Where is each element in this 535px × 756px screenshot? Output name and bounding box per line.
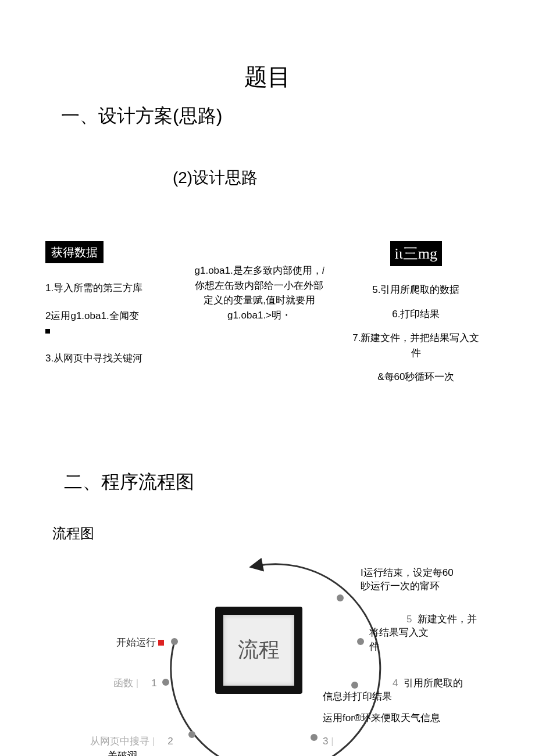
flowchart-label: 流程图 — [52, 524, 535, 543]
label-for-loop: 运用for®环来便取天气信息 — [323, 711, 440, 725]
left-item-2: 2运用g1.oba1.全闻变 — [45, 309, 181, 338]
label-search: 从网页中搜寻 |2 — [90, 734, 173, 748]
column-middle: g1.oba1.是左多致内部使用，i 你想左缶致内部给一小在外部定义的变量赋,值… — [181, 263, 337, 394]
center-box: 流程 — [215, 607, 302, 694]
flow-diagram: 流程 开始运行 函数 |1 从网页中搜寻 |2 关破诩 3 | 运用for®环来… — [0, 549, 535, 757]
left-item-3: 3.从网页中寻找关键河 — [45, 351, 181, 366]
svg-point-6 — [337, 594, 344, 601]
svg-point-1 — [162, 679, 169, 686]
center-text: 流程 — [238, 636, 280, 664]
label-keyword: 关破诩 — [108, 749, 137, 757]
three-column-layout: 获得数据 1.导入所需的第三方库 2运用g1.oba1.全闻变 3.从网页中寻找… — [0, 241, 535, 394]
label-start: 开始运行 — [116, 636, 164, 650]
subsection-heading: (2)设计思路 — [0, 167, 535, 189]
right-item-8: &每60秒循环一次 — [348, 370, 484, 385]
svg-point-3 — [311, 734, 318, 741]
left-item-1: 1.导入所需的第三方库 — [45, 281, 181, 296]
section-2-heading: 二、程序流程图 — [64, 470, 535, 495]
mid-text: g1.oba1.是左多致内部使用，i 你想左缶致内部给一小在外部定义的变量赋,值… — [191, 263, 327, 323]
right-item-5: 5.引用所爬取的数据 — [348, 282, 484, 298]
column-left: 获得数据 1.导入所需的第三方库 2运用g1.oba1.全闻变 3.从网页中寻找… — [41, 241, 181, 394]
page-title: 题目 — [0, 61, 535, 93]
right-item-6: 6.打印结果 — [348, 307, 484, 322]
column-right: iι三mg 5.引用所爬取的数据 6.打印结果 7.新建文件，并把结果写入文件 … — [338, 241, 494, 394]
svg-point-5 — [357, 638, 364, 645]
right-item-7: 7.新建文件，并把结果写入文件 — [348, 331, 484, 360]
badge-get-data: 获得数据 — [45, 241, 104, 263]
square-bullet-icon — [45, 329, 50, 334]
label-function: 函数 |1 — [113, 676, 157, 690]
badge-img: iι三mg — [390, 241, 442, 266]
label-3: 3 | — [323, 734, 334, 748]
red-square-icon — [158, 640, 164, 646]
section-1-heading: 一、设计方案(思路) — [61, 103, 535, 129]
label-end: I运行结束，设定每60 眇运行一次的甯环 — [361, 566, 500, 594]
label-step-4: 4 引用所爬取的 信息并打印结果 — [323, 676, 474, 704]
label-step-5: 5 新建文件，并 将结果写入文 件 — [369, 612, 497, 654]
svg-point-0 — [171, 638, 178, 645]
svg-point-2 — [188, 731, 195, 738]
